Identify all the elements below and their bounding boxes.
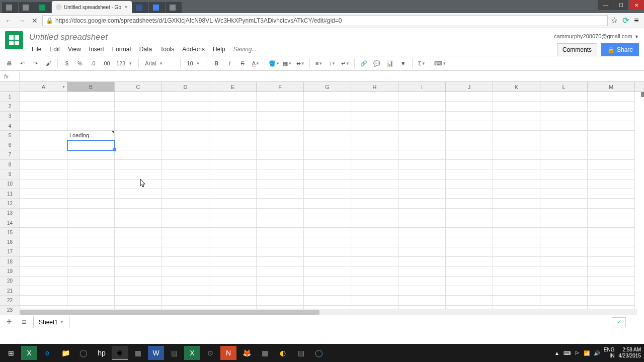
close-icon[interactable]: × [124, 4, 128, 11]
cell[interactable] [67, 296, 115, 305]
cell[interactable] [540, 150, 588, 160]
cell[interactable] [446, 112, 493, 121]
row-header[interactable]: 14 [0, 218, 20, 228]
menu-tools[interactable]: Tools [156, 44, 178, 54]
cell[interactable] [446, 257, 493, 266]
cell[interactable] [162, 218, 209, 228]
cell[interactable] [493, 140, 540, 150]
row-header[interactable]: 17 [0, 247, 20, 257]
cell[interactable] [540, 92, 588, 102]
row-header[interactable]: 23 [0, 306, 20, 315]
cell[interactable] [209, 121, 257, 131]
cell[interactable] [304, 121, 351, 131]
cell[interactable] [20, 277, 67, 286]
column-header[interactable]: H [351, 82, 398, 92]
cell[interactable] [20, 209, 67, 218]
cell[interactable] [115, 189, 162, 199]
cell[interactable] [588, 179, 635, 189]
menu-data[interactable]: Data [136, 44, 155, 54]
cell[interactable] [257, 189, 304, 199]
undo-icon[interactable]: ↶ [16, 57, 28, 69]
cell[interactable] [446, 169, 493, 179]
cell[interactable] [20, 179, 67, 189]
cell[interactable] [115, 228, 162, 237]
volume-icon[interactable]: 🔊 [594, 350, 600, 356]
cell[interactable] [351, 218, 398, 228]
menu-view[interactable]: View [64, 44, 85, 54]
cell[interactable] [209, 228, 257, 237]
close-window-icon[interactable]: ✕ [629, 0, 644, 10]
cell[interactable] [209, 247, 257, 257]
cell[interactable] [304, 199, 351, 208]
cell[interactable] [115, 92, 162, 102]
cell[interactable] [162, 150, 209, 160]
cell[interactable] [493, 228, 540, 237]
cell[interactable] [209, 179, 257, 189]
cell[interactable] [162, 296, 209, 305]
cell[interactable] [493, 189, 540, 199]
keyboard-tray-icon[interactable]: ⌨ [564, 350, 571, 356]
cell[interactable] [493, 209, 540, 218]
column-header[interactable]: I [398, 82, 446, 92]
cell[interactable] [588, 121, 635, 131]
cell[interactable] [209, 199, 257, 208]
cell[interactable] [351, 266, 398, 276]
cell[interactable] [588, 266, 635, 276]
cell[interactable] [540, 199, 588, 208]
cell[interactable] [446, 140, 493, 150]
cell[interactable] [67, 209, 115, 218]
cell[interactable] [351, 228, 398, 237]
cell[interactable] [351, 277, 398, 286]
sheet-tab[interactable]: Sheet1 ▼ [33, 316, 69, 328]
cell[interactable] [493, 277, 540, 286]
cell[interactable] [304, 160, 351, 169]
cell[interactable] [115, 169, 162, 179]
cell[interactable] [20, 257, 67, 266]
cell[interactable] [115, 112, 162, 121]
column-header[interactable]: J [446, 82, 493, 92]
cell[interactable] [20, 169, 67, 179]
cell[interactable] [209, 277, 257, 286]
cell[interactable] [446, 237, 493, 247]
cell[interactable] [162, 266, 209, 276]
cell[interactable] [588, 286, 635, 296]
link-icon[interactable]: 🔗 [358, 57, 370, 69]
cell[interactable] [162, 286, 209, 296]
cell[interactable] [257, 160, 304, 169]
cell[interactable] [115, 209, 162, 218]
cell[interactable] [257, 112, 304, 121]
cell[interactable] [446, 150, 493, 160]
font-select[interactable]: Arial▼ [142, 60, 177, 66]
back-icon[interactable]: ← [3, 15, 14, 26]
cell[interactable] [209, 286, 257, 296]
maximize-icon[interactable]: ☐ [613, 0, 628, 10]
cell[interactable] [351, 199, 398, 208]
star-icon[interactable]: ☆ [610, 16, 619, 25]
cell[interactable] [351, 296, 398, 305]
align-v-icon[interactable]: ↕▼ [326, 57, 338, 69]
all-sheets-icon[interactable]: ≡ [18, 316, 30, 328]
minimize-icon[interactable]: — [598, 0, 613, 10]
cell[interactable] [304, 277, 351, 286]
comment-icon[interactable]: 💬 [371, 57, 383, 69]
cell[interactable] [20, 160, 67, 169]
cell[interactable] [540, 189, 588, 199]
app-icon[interactable]: ⊙ [202, 346, 218, 360]
cell[interactable] [304, 150, 351, 160]
cell[interactable] [257, 257, 304, 266]
cell[interactable] [115, 277, 162, 286]
cell[interactable] [351, 140, 398, 150]
cell[interactable] [493, 160, 540, 169]
row-header[interactable]: 18 [0, 257, 20, 266]
row-header[interactable]: 16 [0, 237, 20, 247]
cell[interactable] [304, 209, 351, 218]
cell[interactable] [351, 92, 398, 102]
cell[interactable] [540, 102, 588, 111]
cell[interactable] [115, 257, 162, 266]
cell[interactable] [67, 257, 115, 266]
cell[interactable] [540, 160, 588, 169]
cell[interactable] [67, 150, 115, 160]
app-icon[interactable]: ▦ [130, 346, 146, 360]
cell[interactable] [351, 131, 398, 140]
cell[interactable] [588, 247, 635, 257]
